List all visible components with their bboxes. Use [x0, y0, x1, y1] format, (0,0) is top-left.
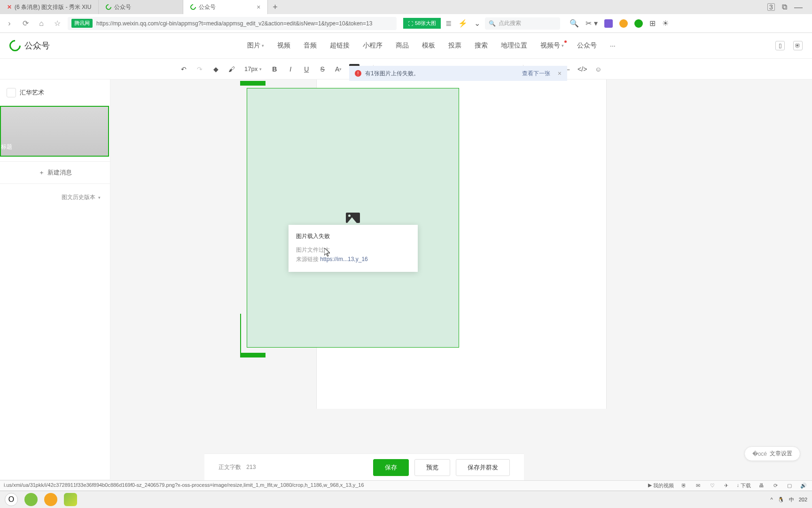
insert-product[interactable]: 商品: [396, 41, 409, 50]
image-error-tooltip: 图片载入失败 图片文件过大 来源链接 https://im...13,y_16: [289, 225, 418, 272]
editor-footer: 正文字数 213 保存 预览 保存并群发: [204, 453, 524, 481]
mouse-cursor: [324, 248, 332, 257]
tab-label: (6 条消息) 图文排版 - 秀米 XIU: [15, 3, 91, 11]
insert-vote[interactable]: 投票: [448, 41, 461, 50]
favorite-button[interactable]: ☆: [52, 18, 63, 29]
rocket-icon[interactable]: ✈: [723, 482, 730, 489]
font-color-button[interactable]: A▾: [333, 64, 344, 74]
extension-icon[interactable]: [619, 19, 628, 28]
apps-icon[interactable]: ⊞: [649, 19, 656, 28]
phone-preview-icon[interactable]: ▯: [775, 41, 785, 50]
tray-ime[interactable]: 中: [789, 496, 794, 503]
browser-tab[interactable]: 公众号: [99, 0, 183, 14]
insert-menu: 图片▾ 视频 音频 超链接 小程序 商品 模板 投票 搜索 地理位置 视频号▾ …: [247, 41, 616, 50]
forward-button[interactable]: ›: [4, 18, 15, 29]
block-handle[interactable]: [240, 353, 265, 357]
extension-icon[interactable]: [604, 19, 613, 28]
block-handle[interactable]: [240, 81, 265, 86]
extensions-icon[interactable]: ⧉: [782, 3, 787, 11]
insert-search[interactable]: 搜索: [475, 41, 488, 50]
heart-icon[interactable]: ♡: [709, 482, 716, 489]
chevron-down-icon[interactable]: ⌄: [474, 19, 480, 28]
taskbar-app[interactable]: [24, 493, 38, 506]
refresh-icon[interactable]: ⟳: [772, 482, 779, 489]
home-button[interactable]: ⌂: [36, 18, 47, 29]
editor-area: [110, 79, 812, 479]
extension-icon[interactable]: [634, 19, 643, 28]
tray-chevron-icon[interactable]: ^: [770, 497, 773, 502]
taskbar-app[interactable]: [44, 493, 57, 506]
image-count-badge[interactable]: ⛶58张大图: [403, 18, 441, 29]
site-badge: 腾讯网: [71, 19, 93, 28]
font-size-select[interactable]: 17px▾: [242, 65, 264, 72]
insert-link[interactable]: 超链接: [330, 41, 350, 50]
menu-icon[interactable]: ≣: [445, 19, 452, 28]
article-settings-button[interactable]: �océ 文章设置: [744, 446, 800, 461]
failed-image-placeholder[interactable]: [247, 88, 459, 348]
emoji-button[interactable]: ☺: [593, 64, 603, 74]
shield-icon[interactable]: ⛨: [680, 482, 688, 489]
history-dropdown[interactable]: 图文历史版本 ▾: [0, 184, 110, 211]
window-icon[interactable]: ▢: [786, 482, 793, 489]
article-thumbnail[interactable]: 标题: [0, 106, 109, 157]
chevron-down-icon: �océ: [752, 451, 767, 457]
tooltip-title: 图片载入失败: [296, 232, 410, 240]
tray-icon[interactable]: 🐧: [778, 497, 784, 503]
tray-clock[interactable]: 202: [799, 497, 807, 502]
insert-audio[interactable]: 音频: [304, 41, 317, 50]
redo-button[interactable]: ↷: [195, 64, 205, 74]
avatar: [7, 88, 16, 97]
taskbar-start[interactable]: O: [5, 493, 18, 506]
insert-location[interactable]: 地理位置: [501, 41, 527, 50]
code-button[interactable]: </>: [577, 64, 587, 74]
flash-icon[interactable]: ⚡: [458, 19, 468, 28]
view-next-link[interactable]: 查看下一张: [522, 70, 550, 78]
download-link[interactable]: ↓下载: [737, 482, 751, 489]
tab-label: 公众号: [114, 3, 131, 11]
new-message-button[interactable]: ＋ 新建消息: [0, 161, 110, 184]
insert-more[interactable]: ···: [610, 41, 616, 50]
upload-error-notice: ! 有1张图片上传失败。 查看下一张 ×: [349, 66, 567, 81]
clear-format-button[interactable]: ◆: [211, 64, 221, 74]
url-input[interactable]: 腾讯网 https://mp.weixin.qq.com/cgi-bin/app…: [68, 17, 397, 30]
format-painter-button[interactable]: 🖌: [226, 64, 237, 74]
plus-icon: ＋: [39, 168, 45, 177]
search-icon[interactable]: 🔍: [570, 19, 579, 28]
speaker-icon[interactable]: 🔊: [800, 482, 807, 489]
video-link[interactable]: ▶我的视频: [648, 482, 674, 489]
mail-icon[interactable]: ✉: [695, 482, 702, 489]
app-logo[interactable]: 公众号: [9, 40, 50, 51]
save-button[interactable]: 保存: [373, 459, 409, 476]
taskbar-app[interactable]: [64, 493, 77, 506]
insert-channel[interactable]: 视频号▾: [540, 41, 564, 50]
insert-miniprogram[interactable]: 小程序: [363, 41, 383, 50]
insert-account[interactable]: 公众号: [577, 41, 597, 50]
insert-image[interactable]: 图片▾: [247, 41, 264, 50]
url-text: https://mp.weixin.qq.com/cgi-bin/appmsg?…: [96, 20, 372, 27]
tooltip-reason: 图片文件过大: [296, 245, 410, 254]
undo-button[interactable]: ↶: [179, 64, 189, 74]
strikethrough-button[interactable]: S: [317, 64, 328, 74]
bold-button[interactable]: B: [269, 64, 280, 74]
print-icon[interactable]: 🖶: [757, 482, 765, 489]
search-input[interactable]: 🔍 点此搜索: [485, 17, 560, 30]
insert-template[interactable]: 模板: [422, 41, 435, 50]
search-icon: 🔍: [489, 20, 496, 27]
settings-icon[interactable]: ☀: [662, 19, 669, 28]
refresh-button[interactable]: ⟳: [20, 18, 31, 29]
tab-counter[interactable]: 3: [767, 3, 775, 11]
insert-video[interactable]: 视频: [277, 41, 290, 50]
close-icon[interactable]: ×: [257, 3, 260, 11]
account-row[interactable]: 汇华艺术: [0, 84, 110, 101]
shield-icon[interactable]: ⛨: [793, 41, 803, 50]
minimize-icon[interactable]: —: [794, 2, 803, 12]
underline-button[interactable]: U: [301, 64, 312, 74]
italic-button[interactable]: I: [285, 64, 296, 74]
browser-tab-active[interactable]: 公众号 ×: [183, 0, 268, 14]
scissors-icon[interactable]: ✂ ▾: [586, 19, 597, 28]
preview-button[interactable]: 预览: [414, 459, 450, 476]
save-send-button[interactable]: 保存并群发: [456, 459, 510, 476]
close-icon[interactable]: ×: [558, 70, 562, 77]
new-tab-button[interactable]: +: [268, 2, 282, 12]
browser-tab[interactable]: ✕ (6 条消息) 图文排版 - 秀米 XIU: [0, 0, 99, 14]
